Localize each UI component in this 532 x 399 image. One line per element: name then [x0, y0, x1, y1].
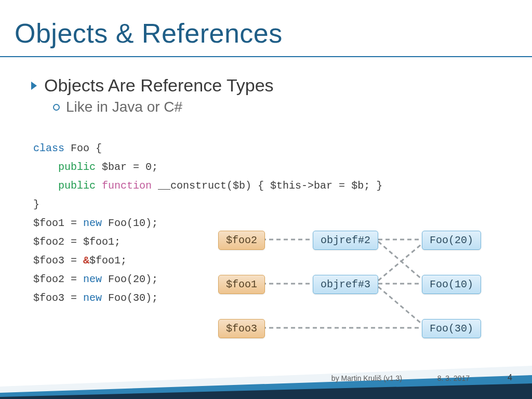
- kw-public: public: [58, 161, 96, 173]
- bullet-level1: Objects Are Reference Types: [31, 75, 511, 96]
- var-foo2: $foo2: [218, 231, 265, 250]
- footer-wedge-icon: [0, 366, 532, 399]
- circle-bullet-icon: [53, 104, 60, 111]
- body: Objects Are Reference Types Like in Java…: [31, 75, 511, 115]
- obj-foo30: Foo(30): [422, 319, 481, 338]
- kw-new: new: [83, 217, 102, 229]
- slide-title: Objects & References: [15, 18, 283, 49]
- bullet-level2: Like in Java or C#: [53, 99, 511, 115]
- kw-public: public: [58, 180, 96, 192]
- svg-line-7: [378, 243, 423, 281]
- kw-new: new: [83, 273, 102, 285]
- objref-3: objref#3: [313, 275, 378, 294]
- bullet1-text: Objects Are Reference Types: [44, 75, 274, 96]
- var-foo3: $foo3: [218, 319, 265, 338]
- triangle-bullet-icon: [31, 82, 37, 90]
- kw-class: class: [33, 142, 64, 154]
- kw-new: new: [83, 292, 102, 304]
- svg-line-6: [378, 287, 423, 325]
- slide: Objects & References Objects Are Referen…: [0, 0, 532, 399]
- var-foo1: $foo1: [218, 275, 265, 294]
- svg-line-5: [378, 242, 423, 281]
- ampersand: &: [83, 255, 89, 267]
- obj-foo20: Foo(20): [422, 231, 481, 250]
- title-rule: [0, 56, 532, 57]
- footer-page: 4: [508, 373, 512, 382]
- objref-2: objref#2: [313, 231, 378, 250]
- kw-function: function: [102, 180, 152, 192]
- footer: by Martin Kruliš (v1.3) 8. 3. 2017 4: [0, 366, 532, 399]
- footer-date: 8. 3. 2017: [437, 374, 470, 382]
- bullet2-text: Like in Java or C#: [66, 99, 182, 115]
- obj-foo10: Foo(10): [422, 275, 481, 294]
- footer-author: by Martin Kruliš (v1.3): [331, 374, 402, 382]
